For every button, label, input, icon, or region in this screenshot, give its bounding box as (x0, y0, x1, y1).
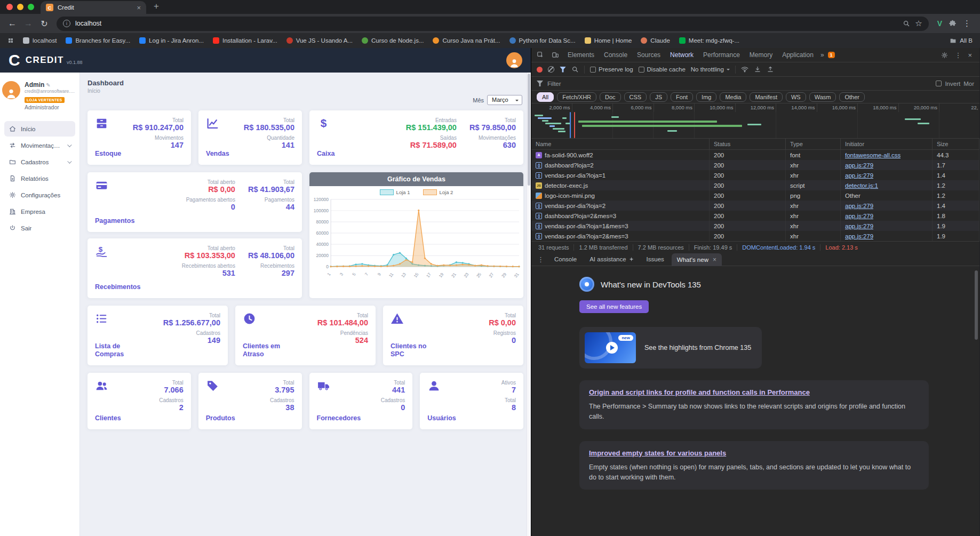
network-request-row[interactable]: vendas-por-dia?loja=1&mes=3 200 xhr app.… (531, 221, 979, 231)
network-overview-waterfall[interactable] (531, 112, 979, 139)
device-toolbar-icon[interactable] (548, 50, 562, 60)
request-initiator-link[interactable]: app.js:279 (845, 233, 873, 239)
column-name[interactable]: Name (531, 139, 710, 149)
site-info-icon[interactable]: i (63, 20, 70, 27)
month-select[interactable]: Março (487, 95, 522, 105)
network-conditions-icon[interactable] (741, 66, 748, 73)
request-initiator-link[interactable]: app.js:279 (845, 172, 873, 179)
filter-chip[interactable]: All (537, 92, 554, 102)
window-minimize-button[interactable] (17, 4, 23, 10)
app-scrollbar[interactable] (527, 73, 531, 536)
devtools-tab[interactable]: Application (778, 49, 818, 61)
browser-tab[interactable]: C Credit × (41, 1, 146, 14)
back-icon[interactable]: ← (4, 19, 20, 28)
filter-chip[interactable]: Media (720, 92, 746, 102)
search-icon[interactable] (571, 66, 579, 73)
bookmark-item[interactable]: Curso Java na Prát... (433, 37, 500, 44)
legend-item-loja1[interactable]: Loja 1 (380, 189, 410, 195)
preserve-log-checkbox[interactable]: Preserve log (590, 66, 633, 73)
bookmark-item[interactable]: Log in - Jira Anron... (139, 37, 204, 44)
disable-cache-checkbox[interactable]: Disable cache (639, 66, 686, 73)
request-initiator-link[interactable]: app.js:279 (845, 203, 873, 209)
sidebar-item-cadastros[interactable]: Cadastros (4, 154, 75, 170)
devtools-settings-gear-icon[interactable] (941, 52, 948, 59)
filter-chip[interactable]: JS (650, 92, 667, 102)
sidebar-item-sair[interactable]: Sair (4, 220, 75, 236)
apps-grid-icon[interactable] (7, 37, 14, 44)
export-har-icon[interactable] (767, 66, 774, 73)
zoom-icon[interactable] (903, 20, 910, 27)
warnings-badge[interactable]: 1 (828, 52, 835, 58)
request-initiator-link[interactable]: app.js:279 (845, 213, 873, 219)
bookmark-item[interactable]: Branches for Easy... (66, 37, 130, 44)
request-initiator-link[interactable]: app.js:279 (845, 162, 873, 169)
all-bookmarks-folder[interactable]: All B (950, 37, 973, 44)
column-size[interactable]: Size (933, 139, 979, 149)
network-request-row[interactable]: logo-icon-mini.png 200 png Other 1.2 (531, 190, 979, 201)
legend-item-loja2[interactable]: Loja 2 (423, 189, 453, 195)
vue-devtools-extension-icon[interactable]: V (937, 19, 942, 28)
tab-close-icon[interactable]: × (137, 4, 141, 11)
forward-icon[interactable]: → (20, 19, 36, 28)
play-icon[interactable] (606, 342, 618, 354)
filter-chip[interactable]: Manifest (750, 92, 783, 102)
bookmark-item[interactable]: Python for Data Sc... (509, 37, 576, 44)
network-request-row[interactable]: vendas-por-dia?loja=1 200 xhr app.js:279… (531, 170, 979, 180)
filter-chip[interactable]: Doc (600, 92, 621, 102)
network-request-row[interactable]: dashboard?loja=2 200 xhr app.js:279 1.7 (531, 160, 979, 170)
highlights-video-card[interactable]: new See the highlights from Chrome 135 (579, 327, 762, 369)
user-avatar[interactable] (506, 52, 522, 68)
devtools-tab[interactable]: Memory (745, 49, 777, 61)
bookmark-item[interactable]: Curso de Node.js... (362, 37, 424, 44)
filter-chip[interactable]: Wasm (809, 92, 836, 102)
devtools-tab[interactable]: Console (600, 49, 632, 61)
devtools-close-icon[interactable]: × (968, 51, 972, 59)
invert-checkbox[interactable] (936, 81, 942, 86)
address-bar[interactable]: i localhost ☆ (57, 17, 929, 31)
more-filters-label[interactable]: Mor (963, 81, 974, 87)
see-all-new-features-button[interactable]: See all new features (579, 300, 649, 313)
column-initiator[interactable]: Initiator (841, 139, 933, 149)
import-har-icon[interactable] (754, 66, 761, 73)
filter-chip[interactable]: WS (786, 92, 806, 102)
section-title-link[interactable]: Origin and script links for profile and … (589, 388, 919, 397)
network-request-row[interactable]: fa-solid-900.woff2 200 font fontawesome-… (531, 150, 979, 160)
edit-pencil-icon[interactable]: ✎ (46, 82, 50, 88)
network-request-row[interactable]: vendas-por-dia?loja=2&mes=3 200 xhr app.… (531, 231, 979, 241)
scrollbar-thumb[interactable] (528, 74, 530, 186)
filter-chip[interactable]: Font (671, 92, 693, 102)
filter-funnel-icon[interactable] (560, 67, 566, 73)
request-initiator-link[interactable]: app.js:279 (845, 223, 873, 229)
extensions-puzzle-icon[interactable] (949, 20, 957, 28)
devtools-tab[interactable]: Network (666, 49, 698, 61)
reload-icon[interactable]: ↻ (36, 19, 52, 29)
filter-chip[interactable]: Other (839, 92, 865, 102)
bookmark-item[interactable]: Installation - Larav... (213, 37, 277, 44)
drawer-tab-console[interactable]: Console (549, 254, 582, 264)
drawer-tab-whats-new[interactable]: What's new× (672, 253, 722, 266)
bookmark-star-icon[interactable]: ☆ (915, 19, 922, 28)
request-initiator-link[interactable]: detector.js:1 (845, 182, 878, 189)
drawer-tab-ai-assistance[interactable]: AI assistance (584, 254, 639, 264)
section-title-link[interactable]: Improved empty states for various panels (589, 449, 919, 458)
sidebar-item-configuracoes[interactable]: Configurações (4, 187, 75, 203)
more-tabs-chevron[interactable]: » (819, 51, 826, 59)
filter-chip[interactable]: Img (696, 92, 716, 102)
bookmark-item[interactable]: Vue JS - Usando A... (286, 37, 353, 44)
devtools-tab[interactable]: Performance (699, 49, 744, 61)
drawer-menu-icon[interactable]: ⋮ (535, 255, 547, 263)
network-request-row[interactable]: detector-exec.js 200 script detector.js:… (531, 180, 979, 190)
request-initiator-link[interactable]: Other (845, 193, 861, 199)
browser-menu-icon[interactable]: ⋮ (963, 19, 971, 28)
bookmark-item[interactable]: Claude (641, 37, 670, 44)
sidebar-item-movimentacoes[interactable]: Movimentações (4, 138, 75, 153)
request-initiator-link[interactable]: fontawesome-all.css (845, 152, 901, 158)
record-icon[interactable] (537, 67, 543, 73)
bookmark-item[interactable]: Home | Home (585, 37, 632, 44)
sidebar-item-empresa[interactable]: Empresa (4, 204, 75, 219)
filter-chip[interactable]: CSS (624, 92, 647, 102)
network-request-row[interactable]: vendas-por-dia?loja=2 200 xhr app.js:279… (531, 201, 979, 211)
filter-input[interactable]: Filter (547, 81, 561, 87)
devtools-tab[interactable]: Elements (563, 49, 599, 61)
bookmark-item[interactable]: Meet: mdg-zfwq-... (679, 37, 739, 44)
